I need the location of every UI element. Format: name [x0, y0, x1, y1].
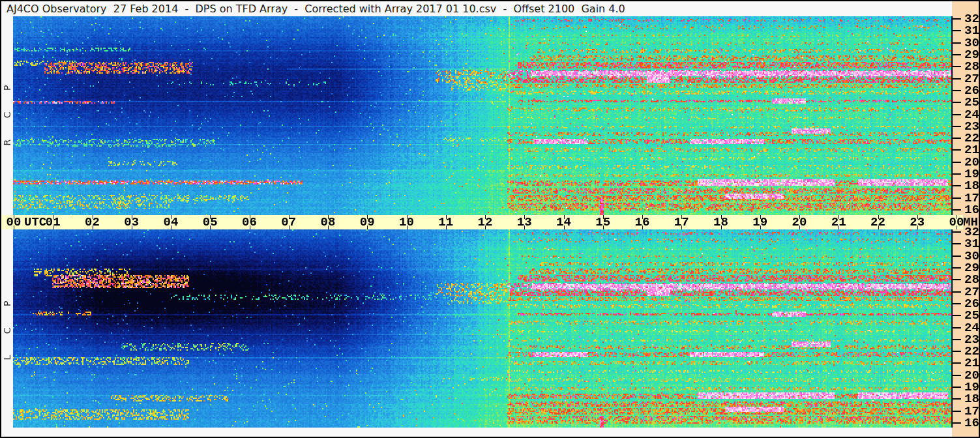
freq-tick [951, 303, 961, 304]
time-axis: UTC 000102030405060708091011121314151617… [1, 215, 963, 229]
hour-label: 03 [117, 216, 146, 229]
freq-tick [951, 422, 961, 424]
freq-tick [951, 149, 961, 151]
hour-label: 10 [393, 216, 421, 229]
freq-tick [951, 339, 961, 340]
freq-tick [951, 185, 961, 186]
freq-label: 16 [964, 203, 980, 216]
freq-tick [951, 162, 961, 163]
freq-tick [951, 18, 961, 20]
freq-tick [951, 173, 961, 175]
freq-tick [951, 398, 961, 400]
hour-label: 13 [510, 216, 539, 229]
freq-tick [951, 138, 961, 139]
freq-tick [951, 126, 961, 127]
hour-label: 17 [667, 216, 696, 229]
freq-tick [951, 78, 961, 80]
hour-label: 21 [824, 216, 853, 229]
title-bar: AJ4CO Observatory 27 Feb 2014 - DPS on T… [1, 1, 952, 16]
hour-label: 11 [432, 216, 460, 229]
freq-tick [951, 362, 961, 364]
hour-label: 23 [903, 216, 932, 229]
hour-label: 19 [746, 216, 775, 229]
spectrogram-lcp [13, 229, 952, 428]
title-text: AJ4CO Observatory 27 Feb 2014 - DPS on T… [7, 3, 625, 15]
freq-tick [951, 66, 961, 67]
freq-tick [951, 231, 961, 233]
hour-label: 22 [864, 216, 893, 229]
freq-tick [951, 114, 961, 115]
app-window: AJ4CO Observatory 27 Feb 2014 - DPS on T… [0, 0, 980, 438]
hour-label: 16 [628, 216, 657, 229]
hour-label: 09 [353, 216, 381, 229]
freq-tick [951, 102, 961, 103]
spectrogram-rcp [13, 16, 952, 215]
hour-label: 05 [196, 216, 224, 229]
hour-label: 06 [235, 216, 264, 229]
freq-tick [951, 90, 961, 91]
hour-label: 01 [38, 216, 67, 229]
freq-tick [951, 256, 961, 257]
freq-tick [951, 411, 961, 412]
hour-label: 18 [707, 216, 735, 229]
freq-tick [951, 327, 961, 328]
freq-tick [951, 351, 961, 352]
rcp-panel-label: R C P [1, 72, 14, 150]
freq-tick [951, 315, 961, 316]
freq-tick [951, 387, 961, 388]
freq-tick [951, 30, 961, 31]
hour-label: 02 [78, 216, 107, 229]
freq-label: 16 [964, 416, 980, 430]
freq-tick [951, 375, 961, 376]
hour-label: 00 [0, 216, 28, 229]
hour-label: 12 [471, 216, 499, 229]
lcp-panel-label: L C P [1, 287, 14, 365]
hour-label: 07 [275, 216, 303, 229]
hour-label: 08 [314, 216, 342, 229]
hour-label: 20 [785, 216, 814, 229]
hour-label: 14 [550, 216, 578, 229]
freq-tick [951, 42, 961, 44]
freq-tick [951, 267, 961, 269]
freq-tick [951, 54, 961, 55]
hour-label: 04 [156, 216, 185, 229]
freq-tick [951, 291, 961, 293]
freq-tick [951, 279, 961, 280]
freq-tick [951, 197, 961, 199]
freq-tick [951, 243, 961, 244]
freq-tick [951, 209, 961, 211]
bottom-margin [1, 428, 952, 437]
hour-label: 15 [589, 216, 617, 229]
